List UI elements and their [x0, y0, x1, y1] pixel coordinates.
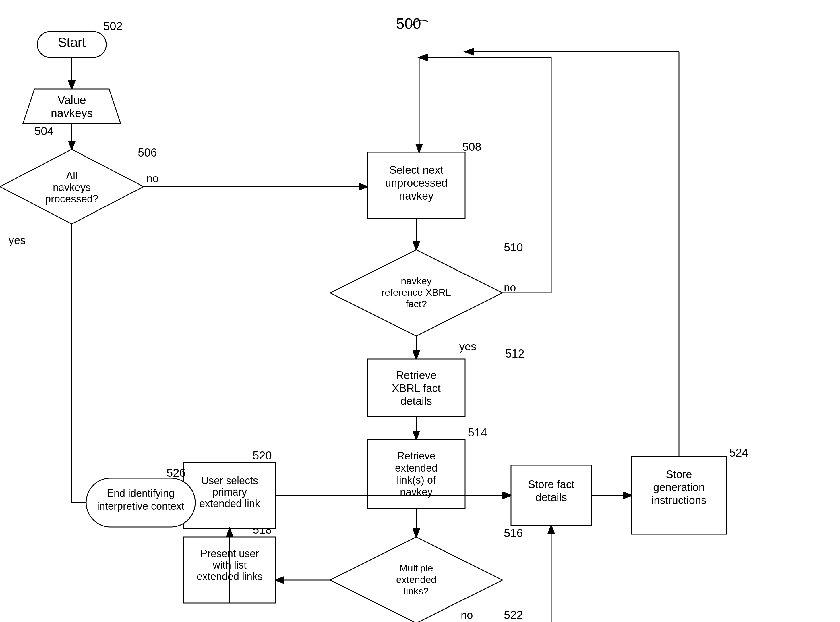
label-514: 514 — [468, 426, 487, 439]
no-label-516: no — [461, 609, 473, 621]
all-navkeys-label3: processed? — [45, 193, 99, 205]
label-512: 512 — [505, 347, 525, 360]
navkey-ref-label2: reference XBRL — [382, 287, 451, 298]
no-label-510: no — [504, 282, 516, 294]
label-502: 502 — [103, 20, 123, 32]
retrieve-ext-label3: link(s) of — [397, 474, 436, 486]
select-next-label1: Select next — [389, 164, 443, 176]
all-navkeys-label2: navkeys — [53, 181, 91, 193]
retrieve-extended-node — [367, 439, 465, 508]
value-navkeys-label2: navkeys — [51, 107, 93, 119]
label-520: 520 — [253, 449, 272, 462]
end-label1: End identifying — [107, 487, 175, 499]
label-508: 508 — [462, 140, 481, 153]
retrieve-xbrl-label2: XBRL fact — [392, 382, 441, 394]
navkey-ref-label1: navkey — [401, 275, 432, 286]
store-gen-label2: generation — [653, 481, 705, 493]
retrieve-ext-label1: Retrieve — [397, 450, 435, 462]
yes-label-506: yes — [9, 234, 26, 246]
user-selects-label1: User selects — [201, 475, 258, 486]
navkey-ref-label3: fact? — [406, 298, 427, 309]
label-522: 522 — [504, 608, 523, 621]
end-label2: interpretive context — [97, 500, 184, 512]
select-next-label2: unprocessed — [385, 177, 447, 189]
multiple-ext-label1: Multiple — [399, 563, 433, 573]
label-516: 516 — [504, 527, 523, 539]
diagram-number: 500 — [396, 15, 421, 32]
yes-label-510: yes — [460, 341, 476, 353]
store-gen-label1: Store — [666, 468, 692, 480]
user-selects-label2: primary — [212, 486, 247, 498]
store-fact-label2: details — [536, 491, 567, 503]
label-526: 526 — [166, 466, 186, 479]
label-524: 524 — [729, 446, 749, 459]
label-506: 506 — [138, 146, 157, 159]
store-fact-label1: Store fact — [528, 479, 575, 491]
label-510: 510 — [504, 241, 523, 253]
retrieve-xbrl-label3: details — [400, 395, 432, 407]
label-504: 504 — [35, 125, 54, 137]
multiple-ext-label2: extended — [396, 574, 436, 585]
value-navkeys-label1: Value — [58, 94, 86, 106]
all-navkeys-label1: All — [66, 170, 78, 182]
flowchart-diagram: 500 Start 502 Value navkeys 504 All navk… — [0, 0, 840, 622]
select-next-label3: navkey — [399, 190, 434, 202]
retrieve-ext-label2: extended — [395, 462, 438, 474]
no-label-506: no — [146, 172, 158, 184]
retrieve-xbrl-label1: Retrieve — [396, 369, 437, 381]
multiple-ext-label3: links? — [404, 585, 429, 596]
store-gen-label3: instructions — [651, 494, 706, 506]
user-selects-label3: extended link — [199, 498, 260, 509]
retrieve-ext-label4: navkey — [400, 486, 433, 498]
start-label: Start — [58, 35, 85, 50]
